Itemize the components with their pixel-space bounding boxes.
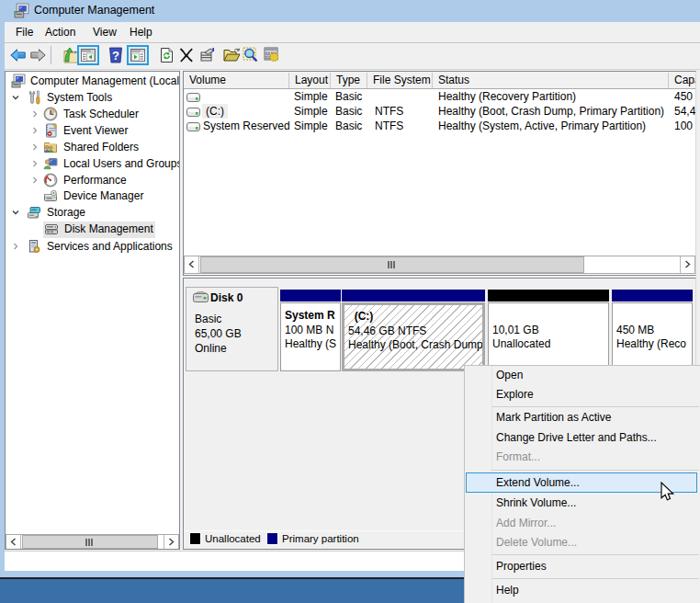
svg-text:?: ?	[112, 49, 119, 63]
